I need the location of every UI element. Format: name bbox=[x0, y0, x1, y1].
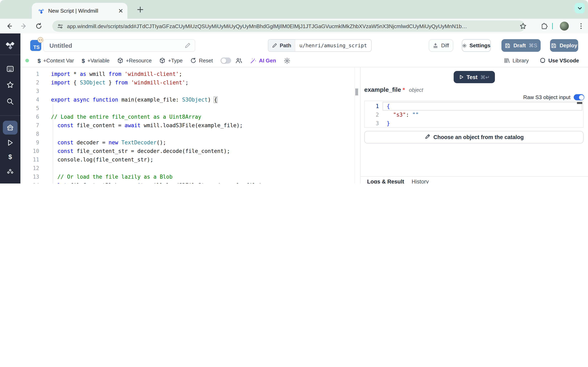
draft-button[interactable]: Draft ⌘S bbox=[502, 39, 541, 52]
github-cat-icon bbox=[539, 57, 546, 64]
draft-shortcut: ⌘S bbox=[529, 42, 537, 49]
edit-path-pencil-icon bbox=[272, 43, 277, 48]
collaborators-icon[interactable] bbox=[235, 57, 242, 64]
tab-logs-result[interactable]: Logs & Result bbox=[367, 179, 404, 184]
editor-toolbar: $+Context Var $+Variable +Resource +Type… bbox=[20, 54, 588, 67]
windmill-favicon bbox=[38, 8, 44, 14]
save-icon bbox=[505, 43, 511, 48]
path-field[interactable]: Path u/henri/amusing_script bbox=[268, 39, 372, 52]
tab-search-chevron-button[interactable] bbox=[575, 3, 585, 13]
sidebar-divider bbox=[0, 115, 20, 116]
sidebar-item-resources[interactable] bbox=[6, 168, 14, 176]
add-resource-button[interactable]: +Resource bbox=[117, 58, 151, 64]
forward-icon[interactable] bbox=[20, 22, 27, 30]
sidebar-item-variables[interactable]: $ bbox=[8, 153, 12, 161]
tab-strip: New Script | Windmill ✕ bbox=[0, 0, 588, 19]
reset-button[interactable]: Reset bbox=[190, 58, 213, 64]
sidebar-item-home[interactable] bbox=[6, 124, 14, 132]
pipette-icon bbox=[424, 134, 430, 140]
library-icon bbox=[504, 58, 510, 64]
play-icon bbox=[459, 75, 464, 80]
package-icon bbox=[159, 58, 165, 64]
diff-icon bbox=[433, 43, 438, 48]
sidebar-divider bbox=[0, 55, 20, 55]
dollar-icon: $ bbox=[82, 57, 85, 64]
settings-button[interactable]: Settings bbox=[462, 39, 491, 52]
save-icon bbox=[551, 43, 557, 48]
sidebar-item-search[interactable] bbox=[6, 98, 14, 105]
raw-s3-label: Raw S3 object input bbox=[523, 94, 571, 100]
package-icon bbox=[117, 58, 123, 64]
code-editor[interactable]: 12345678910111213141516 import * as wmil… bbox=[20, 67, 361, 184]
reload-icon[interactable] bbox=[35, 22, 43, 30]
test-shortcut: ⌘↵ bbox=[480, 74, 490, 80]
script-name-input[interactable]: Untitled bbox=[43, 39, 195, 52]
windmill-logo-icon[interactable] bbox=[5, 40, 15, 50]
editor-settings-gear-icon[interactable] bbox=[284, 57, 290, 64]
magic-wand-icon bbox=[250, 57, 256, 64]
browser-toolbar: app.windmill.dev/scripts/add#JTdCJTIyaGF… bbox=[0, 19, 588, 33]
tabs-divider bbox=[361, 176, 588, 176]
scrollbar-thumb[interactable] bbox=[355, 89, 358, 95]
preview-panel: Test ⌘↵ example_file* object Raw S3 obje… bbox=[361, 67, 588, 184]
sidebar-item-apps[interactable] bbox=[6, 65, 14, 73]
browser-tab[interactable]: New Script | Windmill ✕ bbox=[32, 3, 127, 19]
new-tab-button[interactable] bbox=[135, 4, 145, 14]
tab-title: New Script | Windmill bbox=[48, 8, 118, 14]
argument-header: example_file* object bbox=[364, 86, 423, 93]
gear-icon bbox=[462, 43, 467, 48]
diff-button[interactable]: Diff bbox=[429, 39, 453, 52]
add-variable-button[interactable]: $+Variable bbox=[82, 57, 109, 64]
toolbar-separator bbox=[552, 23, 553, 29]
reset-icon bbox=[190, 58, 196, 64]
sidebar-item-runs[interactable] bbox=[6, 139, 14, 147]
scrollbar-thumb[interactable] bbox=[577, 102, 582, 104]
script-name: Untitled bbox=[49, 42, 185, 49]
use-vscode-button[interactable]: Use VScode bbox=[539, 57, 579, 64]
argument-type: object bbox=[409, 87, 423, 93]
raw-s3-toggle-row: Raw S3 object input bbox=[523, 94, 584, 100]
test-button[interactable]: Test ⌘↵ bbox=[454, 71, 495, 83]
browser-window: New Script | Windmill ✕ app.windmill.dev… bbox=[0, 0, 588, 184]
deploy-button[interactable]: Deploy bbox=[550, 39, 578, 52]
bun-runtime-icon bbox=[38, 37, 43, 43]
library-button[interactable]: Library bbox=[504, 58, 529, 64]
argument-name: example_file bbox=[364, 86, 401, 93]
browser-menu-icon[interactable] bbox=[577, 22, 585, 30]
scrollbar-track bbox=[355, 67, 355, 184]
raw-s3-toggle[interactable] bbox=[574, 94, 584, 100]
status-dot bbox=[25, 59, 29, 62]
tab-close-icon[interactable]: ✕ bbox=[118, 8, 123, 14]
choose-object-button[interactable]: Choose an object from the catalog bbox=[364, 131, 584, 143]
path-label: Path bbox=[280, 42, 291, 49]
tab-history[interactable]: History bbox=[412, 179, 429, 184]
sidebar-item-favorites[interactable] bbox=[6, 81, 14, 89]
site-settings-icon[interactable] bbox=[57, 23, 63, 29]
bookmark-star-icon[interactable] bbox=[519, 22, 527, 30]
path-value: u/henri/amusing_script bbox=[295, 40, 371, 51]
url-bar[interactable]: app.windmill.dev/scripts/add#JTdCJTIyaGF… bbox=[52, 20, 525, 32]
sidebar: $ ? bbox=[0, 33, 20, 184]
current-line-highlight bbox=[383, 102, 582, 110]
diff-mode-toggle[interactable] bbox=[221, 58, 231, 64]
profile-avatar[interactable] bbox=[560, 22, 569, 31]
required-asterisk: * bbox=[403, 86, 405, 93]
back-icon[interactable] bbox=[6, 22, 13, 30]
dollar-icon: $ bbox=[38, 57, 41, 64]
path-label-section[interactable]: Path bbox=[268, 40, 295, 51]
edit-name-pencil-icon[interactable] bbox=[185, 42, 191, 49]
json-input-editor[interactable]: 123 { "s3": ""} bbox=[364, 101, 584, 128]
url-text: app.windmill.dev/scripts/add#JTdCJTIyaGF… bbox=[67, 23, 467, 29]
ai-gen-button[interactable]: AI Gen bbox=[250, 57, 276, 64]
add-type-button[interactable]: +Type bbox=[159, 58, 183, 64]
extensions-icon[interactable] bbox=[541, 22, 548, 30]
add-context-var-button[interactable]: $+Context Var bbox=[38, 57, 74, 64]
